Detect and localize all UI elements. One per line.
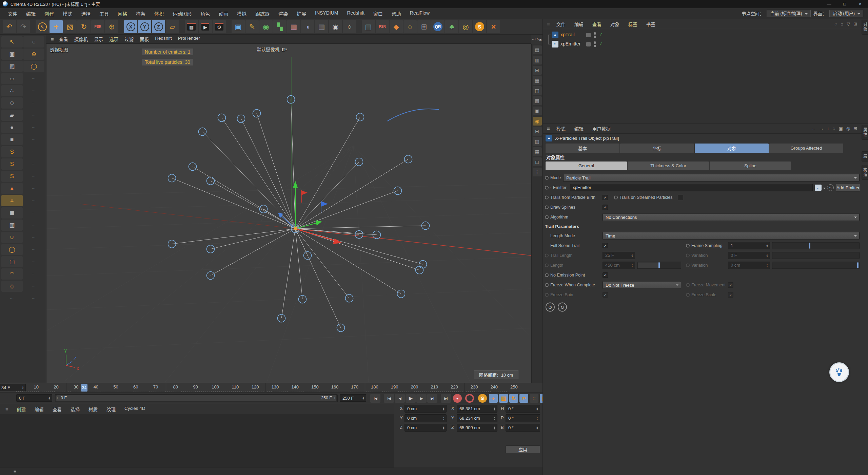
viewport-menu-icon[interactable]: ≡ bbox=[49, 36, 56, 42]
new-panel-icon[interactable]: ⊞ bbox=[853, 126, 857, 131]
next-frame-button[interactable]: ▶ bbox=[416, 394, 427, 403]
dock-workplane-button[interactable]: ▱ bbox=[1, 73, 23, 84]
menu-item[interactable]: 模拟 bbox=[233, 10, 251, 17]
length-mode-select[interactable]: Time bbox=[603, 232, 860, 240]
dock-separator[interactable]: ⋯ bbox=[23, 158, 45, 170]
move-button[interactable]: + bbox=[50, 20, 63, 33]
menu-item[interactable]: 模式 bbox=[58, 10, 77, 17]
prev-frame-button[interactable]: ◀ bbox=[395, 394, 405, 403]
menu-item[interactable]: 帮助 bbox=[387, 10, 406, 17]
toolbar-separator[interactable] bbox=[119, 20, 123, 33]
playhead[interactable]: 34 bbox=[81, 384, 87, 392]
play-button[interactable]: ▶ bbox=[406, 394, 416, 403]
attributes-menu-icon[interactable]: ≡ bbox=[545, 126, 552, 131]
dock-separator[interactable]: ⋯ bbox=[23, 97, 45, 109]
dock-lasso-select-button[interactable]: ◠ bbox=[1, 268, 23, 280]
sky-object-button[interactable]: S bbox=[473, 20, 486, 33]
frame-sampling-field[interactable]: 1▲▼ bbox=[728, 242, 770, 249]
dock-fire-button[interactable]: ▲ bbox=[1, 183, 23, 194]
camera-menu-icon[interactable]: ◧▾ bbox=[282, 47, 287, 52]
render-picture-viewer-button[interactable]: ▶ bbox=[199, 20, 212, 33]
visibility-toggles[interactable] bbox=[594, 41, 596, 47]
anim-dot[interactable] bbox=[545, 215, 549, 219]
material-menu-icon[interactable]: ≡ bbox=[3, 406, 11, 412]
dock-tab-layers[interactable]: 层 bbox=[862, 151, 868, 162]
position-field[interactable]: 0 cm▲▼ bbox=[405, 414, 447, 422]
apply-button[interactable]: 应用 bbox=[506, 445, 540, 453]
interface-select[interactable]: 启动 (用户) bbox=[829, 10, 863, 17]
lock-y-button[interactable]: Y bbox=[138, 20, 151, 33]
dock-separator[interactable]: ⋯ bbox=[23, 232, 45, 243]
attribute-tab[interactable]: Groups Affected bbox=[769, 144, 843, 153]
menu-item[interactable]: Redshift bbox=[342, 10, 369, 17]
record-point-level-toggle[interactable]: ∷ bbox=[530, 394, 538, 403]
full-scene-checkbox[interactable] bbox=[603, 243, 608, 248]
range-end-field[interactable]: 250 F▲▼ bbox=[340, 394, 366, 402]
object-manager-menu-item[interactable]: 文件 bbox=[552, 21, 570, 27]
volume-builder-button[interactable]: ▚ bbox=[273, 20, 287, 33]
forward-icon[interactable]: → bbox=[819, 126, 824, 131]
scale-button[interactable]: ▧ bbox=[63, 20, 77, 33]
trail-length-field[interactable]: 25 F▲▼ bbox=[603, 252, 635, 259]
dock-separator[interactable]: ⋯ bbox=[23, 134, 45, 145]
dock-separator[interactable]: ⋯ bbox=[1, 293, 23, 304]
size-field[interactable]: 68.381 cm▲▼ bbox=[457, 405, 497, 413]
dock-live-selection-button[interactable]: ↖ bbox=[1, 36, 23, 48]
emitter-chip-icon[interactable]: ∷ bbox=[815, 185, 822, 191]
palette-icon-6[interactable]: ▩ bbox=[533, 96, 542, 105]
target-icon[interactable]: ◎ bbox=[846, 126, 850, 131]
close-button[interactable]: × bbox=[852, 0, 868, 8]
dock-add-button[interactable]: ⊕ bbox=[23, 49, 45, 60]
dock-model-mode-button[interactable]: ▣ bbox=[1, 49, 23, 60]
menu-item[interactable]: 创建 bbox=[40, 10, 58, 17]
trails-streamed-checkbox[interactable] bbox=[678, 195, 683, 200]
viewport-menu-item[interactable]: 选项 bbox=[106, 36, 121, 42]
rotation-field[interactable]: 0 °▲▼ bbox=[506, 424, 540, 432]
prev-key-button[interactable]: |◀ bbox=[384, 394, 394, 403]
viewport-menu-item[interactable]: 查看 bbox=[56, 36, 71, 42]
node-space-select[interactable]: 当前 (标准/物理) bbox=[767, 10, 811, 17]
record-parameter-toggle[interactable]: P bbox=[519, 394, 528, 403]
menu-item[interactable]: 运动图形 bbox=[168, 10, 196, 17]
no-emission-checkbox[interactable] bbox=[603, 272, 608, 278]
record-position-toggle[interactable]: + bbox=[489, 394, 498, 403]
next-key-button[interactable]: ▶| bbox=[427, 394, 437, 403]
xp-preset-button-2[interactable]: ↻ bbox=[558, 303, 567, 312]
axis-move-button[interactable]: ⊕ bbox=[105, 20, 118, 33]
search-icon[interactable]: ◌ bbox=[833, 126, 835, 131]
trails-birth-checkbox[interactable] bbox=[603, 195, 608, 200]
record-scale-toggle[interactable]: ▧ bbox=[499, 394, 508, 403]
light-button[interactable]: ○ bbox=[343, 20, 356, 33]
dock-tab-objects[interactable]: 对象 bbox=[862, 20, 868, 35]
freeze-scale-checkbox[interactable] bbox=[728, 292, 733, 298]
material-menu-item[interactable]: 纹理 bbox=[102, 406, 120, 413]
object-manager-menu-item[interactable]: 书签 bbox=[642, 21, 660, 27]
xpresso-button[interactable]: ▤ bbox=[362, 20, 375, 33]
enabled-check-icon[interactable]: ✓ bbox=[599, 41, 603, 46]
record-rotation-toggle[interactable]: ↻ bbox=[509, 394, 518, 403]
position-field[interactable]: 0 cm▲▼ bbox=[405, 424, 447, 432]
dock-cube-button[interactable]: ■ bbox=[1, 134, 23, 145]
range-right-grip[interactable]: ‖ bbox=[334, 396, 336, 400]
algorithm-select[interactable]: No Connections bbox=[603, 213, 860, 221]
dock-separator[interactable]: ⋯ bbox=[23, 244, 45, 255]
attribute-subtab[interactable]: Spline bbox=[710, 162, 791, 170]
bend-deformer-button[interactable]: ◖ bbox=[301, 20, 314, 33]
layer-toggle[interactable] bbox=[586, 42, 591, 46]
filter-icon[interactable]: ▽ bbox=[847, 21, 850, 26]
menu-item[interactable]: 文件 bbox=[3, 10, 22, 17]
palette-icon-10[interactable]: ▨ bbox=[533, 137, 542, 146]
menu-item[interactable]: 工具 bbox=[95, 10, 113, 17]
dock-rect-select-button[interactable]: ▢ bbox=[1, 256, 23, 267]
dolly-view-icon[interactable]: ⇕ bbox=[534, 38, 536, 41]
attribute-tab[interactable]: 坐标 bbox=[620, 144, 694, 153]
position-field[interactable]: 0 cm▲▼ bbox=[405, 405, 447, 413]
attributes-menu-item[interactable]: 模式 bbox=[552, 125, 570, 132]
anim-dot[interactable] bbox=[545, 283, 549, 287]
menu-item[interactable]: 渲染 bbox=[274, 10, 292, 17]
search-icon[interactable]: ◌ bbox=[835, 21, 837, 26]
dock-stack-button[interactable]: ≣ bbox=[1, 207, 23, 218]
freeze-when-select[interactable]: Do Not Freeze bbox=[603, 281, 681, 289]
dock-points-mode-button[interactable]: ∴ bbox=[1, 85, 23, 96]
keyframe-options-button[interactable]: ⚙ bbox=[478, 394, 487, 403]
